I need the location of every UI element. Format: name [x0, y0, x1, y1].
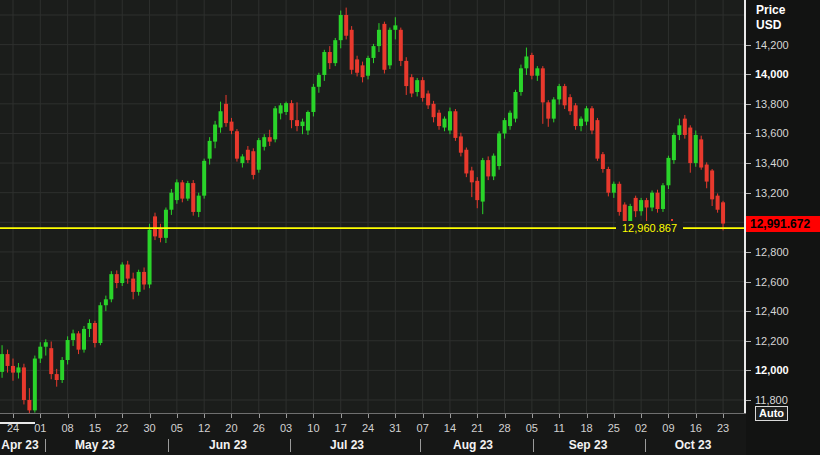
date-tick-label: 22: [109, 422, 135, 434]
price-axis-title-line2: USD: [756, 18, 785, 33]
candlestick-chart: [0, 0, 746, 413]
date-tick-label: 20: [218, 422, 244, 434]
candle-body: [650, 193, 654, 208]
date-tick-label: 16: [683, 422, 709, 434]
candle-body: [590, 108, 594, 130]
date-tick-label: 02: [628, 422, 654, 434]
candle-body: [77, 333, 81, 349]
candle-body: [279, 105, 283, 113]
hline-price-label[interactable]: 12,960.867: [616, 221, 683, 235]
price-tick-label: 13,800: [755, 97, 789, 111]
month-label: Jul 23: [317, 438, 377, 452]
candle-body: [606, 169, 610, 193]
candle-body: [563, 86, 567, 105]
price-tick-label: 12,600: [755, 275, 789, 289]
candle-body: [306, 112, 310, 131]
date-tick-mark: [40, 414, 41, 418]
candle-body: [639, 200, 643, 211]
candle-body: [503, 120, 507, 133]
candle-body: [109, 274, 113, 299]
candle-body: [284, 103, 288, 112]
date-tick-label: 10: [300, 422, 326, 434]
price-tick-label: 13,400: [755, 156, 789, 170]
candle-body: [246, 150, 250, 160]
candle-body: [126, 265, 130, 279]
price-tick-mark: [746, 282, 751, 283]
candle-body: [33, 359, 37, 411]
month-separator: [45, 439, 46, 452]
chart-plot-area[interactable]: 12,960.867: [0, 0, 746, 413]
price-tick: 13,200: [746, 186, 820, 200]
price-tick: 12,600: [746, 275, 820, 289]
month-separator: [290, 439, 291, 452]
candle-body: [552, 99, 556, 118]
candle-body: [574, 105, 578, 126]
date-tick-label: 05: [164, 422, 190, 434]
date-tick-label: 25: [601, 422, 627, 434]
date-tick-label: 07: [410, 422, 436, 434]
price-tick-mark: [746, 193, 751, 194]
date-tick-label: 30: [137, 422, 163, 434]
candle-body: [535, 68, 539, 75]
candle-body: [393, 25, 397, 29]
price-tick-mark: [746, 311, 751, 312]
date-tick-label: 24: [0, 422, 26, 434]
date-tick-mark: [450, 414, 451, 418]
date-axis[interactable]: 2401081522300512202603101724310714212805…: [0, 413, 746, 455]
date-tick-mark: [614, 414, 615, 418]
candle-body: [317, 75, 321, 87]
candle-body: [344, 15, 348, 36]
candle-body: [546, 102, 550, 118]
price-tick-label: 13,200: [755, 186, 789, 200]
candle-body: [60, 360, 64, 380]
candle-body: [87, 323, 91, 329]
date-tick-label: 03: [273, 422, 299, 434]
price-tick-mark: [746, 104, 751, 105]
candle-body: [0, 354, 4, 372]
candle-body: [164, 210, 168, 238]
month-label: Oct 23: [663, 438, 723, 452]
candle-body: [601, 154, 605, 169]
candle-body: [229, 122, 233, 131]
date-tick-mark: [668, 414, 669, 418]
price-tick-label: 14,200: [755, 38, 789, 52]
auto-scale-button[interactable]: Auto: [755, 406, 788, 421]
candle-body: [268, 137, 272, 141]
candle-body: [404, 61, 408, 86]
candle-body: [71, 333, 75, 340]
date-tick-mark: [204, 414, 205, 418]
date-tick-label: 24: [355, 422, 381, 434]
month-separator: [645, 439, 646, 452]
candle-body: [120, 265, 124, 284]
price-tick-label: 12,200: [755, 334, 789, 348]
candle-body: [311, 87, 315, 112]
price-tick: 12,200: [746, 334, 820, 348]
price-axis[interactable]: Price USD 14,20014,00013,80013,60013,400…: [746, 0, 820, 455]
candle-body: [721, 202, 725, 223]
candle-body: [524, 56, 528, 68]
date-tick-label: 21: [464, 422, 490, 434]
month-separator: [533, 439, 534, 452]
price-tick: 12,000: [746, 363, 820, 377]
candle-body: [699, 139, 703, 167]
candle-body: [421, 80, 425, 98]
price-axis-title: Price USD: [756, 3, 785, 33]
date-tick-mark: [122, 414, 123, 418]
date-tick-mark: [395, 414, 396, 418]
date-tick-label: 09: [655, 422, 681, 434]
date-tick-mark: [231, 414, 232, 418]
candle-body: [361, 65, 365, 77]
candle-body: [634, 198, 638, 211]
candle-body: [432, 104, 436, 117]
month-separator: [168, 439, 169, 452]
date-tick-mark: [532, 414, 533, 418]
candle-body: [683, 119, 687, 135]
date-tick-mark: [259, 414, 260, 418]
candle-body: [585, 108, 589, 121]
month-label: May 23: [65, 438, 125, 452]
candle-body: [612, 184, 616, 193]
candle-body: [273, 108, 277, 139]
candle-body: [153, 216, 157, 236]
date-tick-label: 15: [82, 422, 108, 434]
candle-body: [617, 184, 621, 212]
